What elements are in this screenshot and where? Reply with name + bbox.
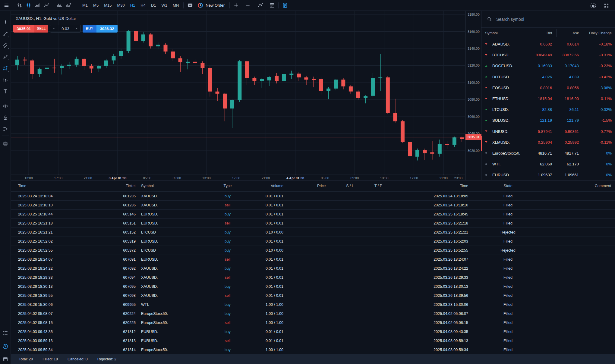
indicators-icon[interactable] xyxy=(256,1,265,10)
orders-column-sl[interactable]: S / L xyxy=(346,184,354,188)
volume-stepper[interactable]: 0.03 xyxy=(50,25,81,33)
candlestick-chart[interactable]: 13:0017:0021:003 Apr 01:0005:0009:0013:0… xyxy=(11,11,465,180)
volumes-icon[interactable] xyxy=(55,1,64,10)
delete-objects-icon[interactable] xyxy=(2,140,9,148)
timeframe-m1[interactable]: M1 xyxy=(80,0,90,11)
crosshair-icon[interactable] xyxy=(2,18,9,26)
orders-column-comment[interactable]: Comment xyxy=(595,184,611,188)
sell-price[interactable]: 3035.91 xyxy=(13,25,34,33)
timeframe-m5[interactable]: M5 xyxy=(90,0,101,11)
watchlist-row-solusd[interactable]: SOLUSD.121.19121.79-1.5% xyxy=(481,115,615,126)
chevron-up-icon[interactable] xyxy=(75,27,78,30)
watchlist-row-adausd[interactable]: ADAUSD.0.66020.6614-0.18% xyxy=(481,39,615,49)
order-row-620225[interactable]: 2025.04.02 05:08:15620225EuropeStoxx50.s… xyxy=(11,318,615,327)
orders-column-volume[interactable]: Volume xyxy=(271,184,283,188)
watchlist-row-uniusd[interactable]: UNIUSD.5.879415.90361-0.77% xyxy=(481,126,615,137)
shapes-icon[interactable] xyxy=(2,64,9,72)
orders-column-tp[interactable]: T / P xyxy=(374,184,382,188)
order-row-605151[interactable]: 2025.03.25 16:21:18605151EURUSD.sell0.01… xyxy=(11,218,615,228)
zoom-out-icon[interactable] xyxy=(243,1,252,10)
orders-column-ticket[interactable]: Ticket xyxy=(126,184,136,188)
timeframe-d1[interactable]: D1 xyxy=(148,0,159,11)
chart-area[interactable]: 13:0017:0021:003 Apr 01:0005:0009:0013:0… xyxy=(11,11,465,180)
chevron-down-icon[interactable] xyxy=(52,27,56,30)
watchlist-row-dogeusd[interactable]: DOGEUSD.0.169830.17043-0.23% xyxy=(481,60,615,71)
text-icon[interactable] xyxy=(2,87,9,95)
polyline-icon[interactable] xyxy=(2,53,9,61)
order-row-621813[interactable]: 2025.04.03 09:59:13621813EURUSD.sell0.01… xyxy=(11,336,615,345)
column-daily-change[interactable]: Daily Change xyxy=(589,31,612,35)
order-row-605152[interactable]: 2025.03.25 16:21:21605152LTCUSDbuy0.10 /… xyxy=(11,228,615,237)
zoom-in-icon[interactable] xyxy=(232,1,241,10)
order-row-607091[interactable]: 2025.03.26 18:24:07607091EURUSD.sell0.01… xyxy=(11,255,615,264)
order-row-621812[interactable]: 2025.04.03 09:43:35621812EURUSD.buy0.01 … xyxy=(11,327,615,336)
timeframe-m15[interactable]: M15 xyxy=(101,0,114,11)
price-axis[interactable]: 3035.91 3180.003160.003140.003120.003100… xyxy=(465,11,481,180)
one-click-trading-icon[interactable] xyxy=(185,1,194,10)
watchlist-row-eurusd[interactable]: EURUSD.1.096371.096610% xyxy=(481,169,615,180)
orders-column-time2[interactable]: Time xyxy=(460,184,468,188)
column-symbol[interactable]: Symbol xyxy=(485,31,498,35)
timeframe-w1[interactable]: W1 xyxy=(159,0,170,11)
history-icon[interactable] xyxy=(2,343,9,350)
objects-list-icon[interactable] xyxy=(280,1,289,10)
orders-column-time[interactable]: Time xyxy=(18,184,26,188)
screenshot-icon[interactable] xyxy=(588,1,598,10)
menu-icon[interactable] xyxy=(2,1,11,10)
area-chart-icon[interactable] xyxy=(33,1,42,10)
journal-icon[interactable] xyxy=(2,355,9,363)
order-row-620224[interactable]: 2025.04.02 05:08:07620224EuropeStoxx50.b… xyxy=(11,309,615,318)
bar-chart-icon[interactable] xyxy=(15,1,24,10)
channels-icon[interactable] xyxy=(2,41,9,49)
watchlist-row-eosusd[interactable]: EOSUSD.0.80160.80563.08% xyxy=(481,82,615,93)
order-row-621814[interactable]: 2025.04.03 09:59:34621814EuropeStoxx50.b… xyxy=(11,345,615,354)
order-row-601236[interactable]: 2025.03.24 13:18:10601236XAUUSD.sell0.01… xyxy=(11,200,615,209)
eye-icon[interactable] xyxy=(2,102,9,110)
watchlist-row-ethusd[interactable]: ETHUSD.1815.041816.90-0.11% xyxy=(481,93,615,104)
order-row-605319[interactable]: 2025.03.25 16:52:02605319EURUSD.buy0.01 … xyxy=(11,237,615,246)
tick-volumes-icon[interactable] xyxy=(64,1,73,10)
calendar-icon[interactable] xyxy=(267,1,276,10)
down-marker-icon xyxy=(484,53,488,57)
order-row-607094[interactable]: 2025.03.26 18:29:33607094XAUUSD.sell0.01… xyxy=(11,273,615,282)
order-row-607095[interactable]: 2025.03.26 18:30:13607095XAUUSD.buy0.01 … xyxy=(11,282,615,291)
order-row-607098[interactable]: 2025.03.26 18:39:55607098XAUUSD.sell0.01… xyxy=(11,291,615,300)
watchlist-row-ltcusd[interactable]: LTCUSD.82.8886.110.02% xyxy=(481,104,615,115)
watchlist-row-dotusd[interactable]: DOTUSD.4.0264.039-0.42% xyxy=(481,71,615,82)
symbol-search[interactable] xyxy=(481,11,615,28)
watchlist-row-xlmusd[interactable]: XLMUSD.0.259040.25992-0.11% xyxy=(481,137,615,148)
orders-column-type[interactable]: Type xyxy=(223,184,232,188)
orders-column-price[interactable]: Price xyxy=(317,184,326,188)
sell-button[interactable]: SELL xyxy=(34,25,48,33)
orders-column-state[interactable]: State xyxy=(503,184,512,188)
unlock-icon[interactable] xyxy=(2,114,9,121)
timeframe-h4[interactable]: H4 xyxy=(138,0,148,11)
buy-button[interactable]: BUY xyxy=(83,25,96,33)
column-ask[interactable]: Ask xyxy=(572,31,579,35)
order-row-601235[interactable]: 2025.03.24 13:18:04601235XAUUSD.buy0.01 … xyxy=(11,191,615,200)
volume-value[interactable]: 0.03 xyxy=(62,27,69,31)
order-row-605146[interactable]: 2025.03.25 16:18:44605146EURUSD.buy0.01 … xyxy=(11,209,615,218)
order-row-607092[interactable]: 2025.03.26 18:24:22607092XAUUSD.buy0.01 … xyxy=(11,264,615,273)
object-tree-icon[interactable] xyxy=(2,125,9,133)
orders-column-symbol[interactable]: Symbol xyxy=(141,184,154,188)
new-order-button[interactable]: New Order xyxy=(194,2,228,8)
fibonacci-icon[interactable] xyxy=(2,76,9,84)
order-row-609955[interactable]: 2025.03.28 15:30:06609955WTI.buy1.00 / 1… xyxy=(11,300,615,309)
order-ticket: 607091 xyxy=(123,257,136,262)
line-chart-icon[interactable] xyxy=(42,1,51,10)
watchlist-row-wti[interactable]: WTI.62.06062.1700% xyxy=(481,158,615,169)
column-bid[interactable]: Bid xyxy=(547,31,552,35)
search-input[interactable] xyxy=(496,17,596,22)
buy-price[interactable]: 3036.32 xyxy=(96,25,118,33)
trade-list-icon[interactable] xyxy=(2,329,9,337)
order-row-605372[interactable]: 2025.03.25 16:52:55605372LTCUSDbuy0.10 /… xyxy=(11,246,615,255)
watchlist-row-europestoxx50[interactable]: EuropeStoxx50.4816.714817.710% xyxy=(481,148,615,158)
trend-line-icon[interactable] xyxy=(2,30,9,38)
timeframe-h1[interactable]: H1 xyxy=(128,0,138,11)
timeframe-m30[interactable]: M30 xyxy=(114,0,127,11)
watchlist-row-btcusd[interactable]: BTCUSD.83849.4983872.66-0.31% xyxy=(481,49,615,60)
candlestick-chart-icon[interactable] xyxy=(24,1,33,10)
timeframe-mn[interactable]: MN xyxy=(170,0,181,11)
fullscreen-icon[interactable] xyxy=(602,1,611,10)
